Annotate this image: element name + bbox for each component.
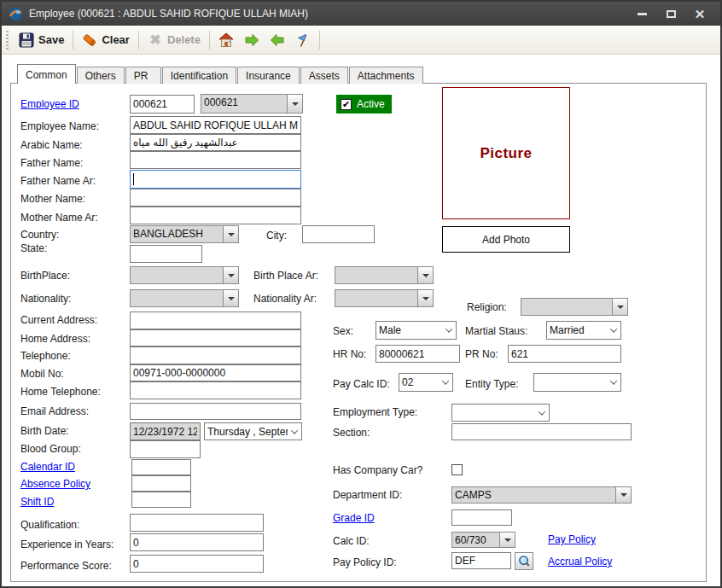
telephone-input[interactable] <box>130 346 301 364</box>
arabic-name-input[interactable] <box>130 134 301 151</box>
birth-date-label: Birth Date: <box>20 425 69 437</box>
pr-no-input[interactable] <box>508 345 621 363</box>
accrual-policy-link[interactable]: Accrual Policy <box>548 556 612 568</box>
employee-name-input[interactable] <box>130 116 301 134</box>
home-telephone-input[interactable] <box>130 381 301 399</box>
country-combo[interactable]: BANGLADESH <box>130 225 239 243</box>
dropdown-arrow-icon[interactable] <box>223 267 238 283</box>
employee-id-link[interactable]: Employee ID <box>20 98 79 110</box>
home-telephone-label: Home Telephone: <box>20 386 101 398</box>
nationality-ar-combo[interactable] <box>335 289 434 307</box>
father-name-input[interactable] <box>130 151 301 169</box>
section-input[interactable] <box>451 423 632 440</box>
toolbar-grip[interactable] <box>6 31 9 49</box>
dropdown-arrow-icon[interactable] <box>417 290 433 306</box>
dropdown-arrow-icon[interactable] <box>417 267 433 283</box>
qualification-input[interactable] <box>130 514 264 532</box>
chevron-down-icon[interactable] <box>607 380 620 385</box>
toolbar: Save Clear ✖ Delete <box>2 26 720 55</box>
tab-insurance[interactable]: Insurance <box>237 67 300 84</box>
mother-name-label: Mother Name: <box>20 193 85 205</box>
city-input[interactable] <box>302 225 375 243</box>
shift-id-input[interactable] <box>131 492 191 508</box>
performance-label: Performance Score: <box>20 560 112 572</box>
calc-id-combo[interactable]: 60/730 <box>451 532 515 548</box>
birth-date-input[interactable] <box>130 422 201 440</box>
sex-combo[interactable]: Male <box>376 321 457 340</box>
performance-input[interactable] <box>130 555 264 573</box>
close-button[interactable]: ✕ <box>691 7 708 20</box>
calendar-id-input[interactable] <box>131 459 191 475</box>
save-button[interactable]: Save <box>14 30 69 50</box>
tab-others[interactable]: Others <box>77 67 125 84</box>
dropdown-arrow-icon[interactable] <box>615 487 631 503</box>
hr-no-input[interactable] <box>376 345 460 363</box>
tab-pr[interactable]: PR <box>125 67 161 84</box>
pay-policy-id-input[interactable] <box>451 552 511 569</box>
pay-calc-id-combo[interactable]: 02 <box>399 373 453 392</box>
chevron-down-icon[interactable] <box>439 380 452 385</box>
email-address-input[interactable] <box>130 403 301 420</box>
mother-name-ar-input[interactable] <box>130 207 301 224</box>
chevron-down-icon[interactable] <box>442 328 456 333</box>
active-checkbox[interactable]: ✔ Active <box>336 95 392 114</box>
dropdown-arrow-icon[interactable] <box>223 290 238 306</box>
add-photo-button[interactable]: Add Photo <box>442 226 570 253</box>
home-button[interactable] <box>213 30 239 50</box>
tab-attachments[interactable]: Attachments <box>349 67 423 84</box>
current-address-input[interactable] <box>130 311 301 329</box>
pay-policy-lookup-button[interactable] <box>515 552 533 570</box>
birthplace-combo[interactable] <box>130 266 239 284</box>
next-button[interactable] <box>239 30 265 50</box>
previous-button[interactable] <box>265 30 290 50</box>
clear-label: Clear <box>102 33 130 46</box>
entity-type-label: Entity Type: <box>465 378 518 390</box>
employee-id-combo[interactable]: 000621 <box>201 94 303 114</box>
nationality-label: Nationality: <box>20 293 71 305</box>
chevron-down-icon[interactable] <box>535 410 549 416</box>
pr-no-label: PR No: <box>465 348 498 360</box>
home-address-input[interactable] <box>130 329 301 346</box>
mobil-no-input[interactable] <box>130 364 301 381</box>
blood-group-input[interactable] <box>130 440 201 458</box>
birth-day-combo[interactable]: Thursday , Septer <box>204 422 302 440</box>
chevron-down-icon[interactable] <box>288 429 301 434</box>
absence-policy-input[interactable] <box>131 475 191 492</box>
clear-button[interactable]: Clear <box>77 30 135 50</box>
religion-combo[interactable] <box>521 298 628 316</box>
absence-policy-link[interactable]: Absence Policy <box>20 478 90 490</box>
dropdown-arrow-icon[interactable] <box>499 533 515 547</box>
shift-id-link[interactable]: Shift ID <box>20 496 54 508</box>
birth-place-ar-combo[interactable] <box>335 266 434 284</box>
maximize-button[interactable] <box>662 7 679 20</box>
martial-status-combo[interactable]: Married <box>546 321 621 340</box>
nationality-combo[interactable] <box>130 289 239 307</box>
pay-calc-id-label: Pay Calc ID: <box>333 378 390 390</box>
delete-button[interactable]: ✖ Delete <box>143 30 206 50</box>
nationality-ar-value <box>335 290 417 306</box>
flag-button[interactable] <box>290 30 316 50</box>
has-company-car-checkbox[interactable] <box>451 464 463 475</box>
calendar-id-link[interactable]: Calendar ID <box>20 461 75 473</box>
nationality-ar-label: Nationality Ar: <box>253 293 317 305</box>
minimize-button[interactable] <box>633 7 650 20</box>
tab-identification[interactable]: Identification <box>162 67 236 84</box>
employment-type-combo[interactable] <box>451 404 550 422</box>
dropdown-arrow-icon[interactable] <box>223 226 238 242</box>
father-name-ar-input[interactable] <box>130 170 301 189</box>
dropdown-arrow-icon[interactable] <box>287 95 302 113</box>
mother-name-input[interactable] <box>130 189 301 207</box>
tab-common[interactable]: Common <box>17 64 76 84</box>
chevron-down-icon[interactable] <box>607 328 620 333</box>
experience-input[interactable] <box>130 533 264 551</box>
pay-policy-link[interactable]: Pay Policy <box>548 533 596 545</box>
entity-type-combo[interactable] <box>533 373 621 392</box>
tab-assets[interactable]: Assets <box>300 67 348 84</box>
grade-id-input[interactable] <box>451 509 512 526</box>
grade-id-link[interactable]: Grade ID <box>333 512 375 524</box>
dropdown-arrow-icon[interactable] <box>612 299 627 315</box>
employee-id-input[interactable] <box>130 95 195 114</box>
father-name-ar-label: Father Name Ar: <box>20 175 96 187</box>
state-input[interactable] <box>130 245 202 263</box>
department-id-combo[interactable]: CAMPS <box>451 486 632 504</box>
